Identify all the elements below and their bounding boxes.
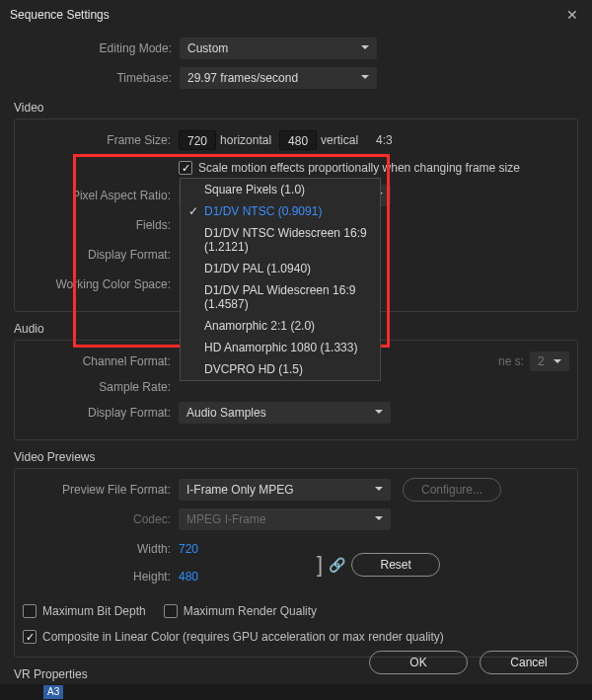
- codec-label: Codec:: [23, 512, 179, 526]
- max-bit-depth-label: Maximum Bit Depth: [42, 604, 146, 618]
- titlebar: Sequence Settings ✕: [0, 0, 592, 30]
- max-bit-depth-checkbox[interactable]: [23, 604, 37, 618]
- dialog-title: Sequence Settings: [10, 0, 110, 30]
- vertical-text: vertical: [317, 133, 366, 147]
- ok-button[interactable]: OK: [369, 651, 468, 674]
- frame-width-input[interactable]: 720: [179, 130, 216, 150]
- pixel-aspect-option[interactable]: DVCPRO HD (1.5): [181, 358, 380, 380]
- composite-linear-label: Composite in Linear Color (requires GPU …: [42, 630, 444, 644]
- frame-height-input[interactable]: 480: [279, 130, 317, 150]
- editing-mode-value: Custom: [187, 39, 228, 58]
- editing-mode-label: Editing Mode:: [14, 41, 180, 55]
- preview-width-label: Width:: [23, 542, 179, 556]
- horizontal-text: horizontal: [216, 133, 279, 147]
- max-render-quality-label: Maximum Render Quality: [184, 604, 317, 618]
- audio-display-format-value: Audio Samples: [186, 403, 266, 423]
- channels-label: ne s:: [498, 354, 524, 368]
- link-icon[interactable]: 🔗: [323, 557, 351, 573]
- fields-label: Fields:: [23, 218, 179, 232]
- timebase-select[interactable]: 29.97 frames/second: [180, 67, 377, 89]
- audio-display-format-label: Display Format:: [23, 406, 179, 420]
- timebase-value: 29.97 frames/second: [187, 68, 298, 88]
- pixel-aspect-option[interactable]: D1/DV NTSC (0.9091): [181, 200, 380, 222]
- reset-button[interactable]: Reset: [351, 553, 440, 577]
- video-previews-group: Preview File Format: I-Frame Only MPEG C…: [14, 468, 578, 658]
- timeline-tab[interactable]: A3: [43, 685, 63, 699]
- sample-rate-label: Sample Rate:: [23, 380, 179, 394]
- pixel-aspect-option[interactable]: D1/DV NTSC Widescreen 16:9 (1.2121): [181, 222, 380, 258]
- scale-motion-checkbox[interactable]: [179, 161, 192, 175]
- pixel-aspect-option[interactable]: D1/DV PAL Widescreen 16:9 (1.4587): [181, 279, 380, 315]
- working-color-space-label: Working Color Space:: [23, 277, 179, 291]
- timeline-strip: A3: [0, 684, 592, 700]
- pixel-aspect-option[interactable]: Square Pixels (1.0): [181, 179, 380, 200]
- dialog-footer: OK Cancel: [369, 651, 578, 674]
- video-display-format-label: Display Format:: [23, 248, 179, 262]
- video-heading: Video: [14, 101, 578, 115]
- cancel-button[interactable]: Cancel: [480, 651, 578, 674]
- codec-value: MPEG I-Frame: [186, 509, 266, 529]
- preview-file-format-value: I-Frame Only MPEG: [186, 480, 294, 500]
- preview-height-label: Height:: [23, 570, 179, 583]
- configure-button: Configure...: [403, 478, 501, 502]
- max-render-quality-checkbox[interactable]: [164, 604, 178, 618]
- channels-value: 2: [538, 351, 545, 371]
- video-previews-heading: Video Previews: [14, 450, 578, 464]
- preview-height-value[interactable]: 480: [179, 570, 198, 583]
- pixel-aspect-option[interactable]: Anamorphic 2:1 (2.0): [181, 315, 380, 337]
- timebase-label: Timebase:: [14, 71, 180, 85]
- aspect-text: 4:3: [366, 133, 401, 147]
- pixel-aspect-option[interactable]: D1/DV PAL (1.0940): [181, 258, 380, 279]
- scale-motion-label: Scale motion effects proportionally when…: [198, 161, 520, 175]
- channel-format-label: Channel Format:: [23, 354, 179, 368]
- pixel-aspect-option[interactable]: HD Anamorphic 1080 (1.333): [181, 337, 380, 358]
- codec-select: MPEG I-Frame: [179, 508, 391, 530]
- preview-file-format-select[interactable]: I-Frame Only MPEG: [179, 479, 391, 501]
- close-icon[interactable]: ✕: [553, 0, 592, 30]
- pixel-aspect-label: Pixel Aspect Ratio:: [23, 189, 179, 202]
- channels-select: 2: [530, 351, 569, 371]
- preview-width-value[interactable]: 720: [179, 542, 198, 556]
- audio-display-format-select[interactable]: Audio Samples: [179, 402, 391, 424]
- preview-file-format-label: Preview File Format:: [23, 483, 179, 497]
- composite-linear-checkbox[interactable]: [23, 630, 37, 644]
- editing-mode-select[interactable]: Custom: [180, 38, 377, 59]
- frame-size-label: Frame Size:: [23, 133, 179, 147]
- pixel-aspect-dropdown[interactable]: Square Pixels (1.0)D1/DV NTSC (0.9091)D1…: [180, 178, 381, 381]
- sequence-settings-dialog: Sequence Settings ✕ Editing Mode: Custom…: [0, 0, 592, 700]
